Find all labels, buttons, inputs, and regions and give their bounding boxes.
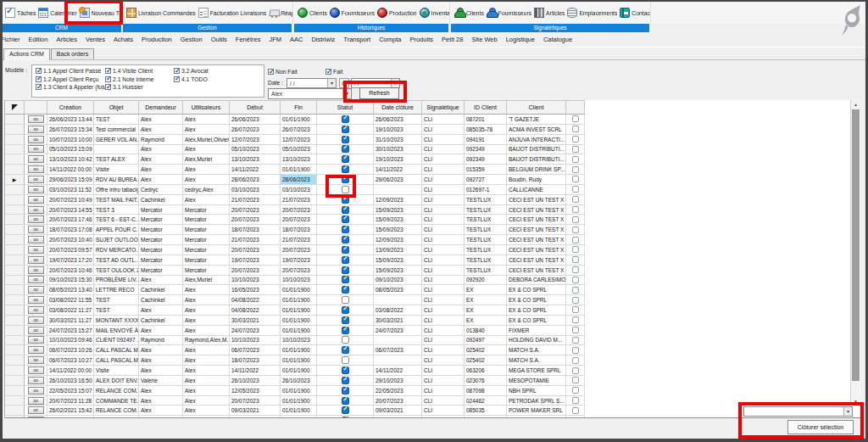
cell-id_client[interactable]: 024462 (465, 396, 507, 406)
menu-item-jfm[interactable]: JFM (264, 36, 286, 43)
row-selector-cell[interactable] (5, 255, 25, 265)
cell-objet[interactable]: CALL PASCAL M... (94, 355, 139, 365)
dropdown-arrow-icon[interactable]: ▾ (391, 79, 399, 87)
cell-demandeur[interactable]: Mercator (139, 266, 183, 275)
row-selector-cell[interactable] (5, 115, 25, 124)
cell-debut[interactable]: 24/07/2023 (230, 326, 281, 335)
cell-debut[interactable]: 20/07/2023 (230, 396, 281, 406)
cell-client[interactable]: CECI EST UN TEST X (507, 255, 566, 265)
cell-fin[interactable]: 05/10/2023 (281, 145, 317, 154)
row-selector-cell[interactable] (5, 295, 25, 305)
cell-id_client[interactable]: EX (465, 305, 507, 315)
cell-client[interactable]: BAIJOT DISTRIBUTI... (507, 145, 566, 154)
cell-utilisateurs[interactable]: Alex,Muriel (183, 276, 230, 285)
dropdown-arrow-icon[interactable]: ▾ (327, 79, 336, 87)
checkbox-3-2-avocat[interactable]: 3.2 Avocat (174, 67, 209, 76)
statut-checkbox[interactable] (342, 236, 349, 243)
cell-client[interactable]: MEGA STORE SPRL (507, 366, 566, 375)
cell-demandeur[interactable]: Raymond (139, 336, 183, 345)
row-selector-cell[interactable] (5, 416, 25, 418)
cell-statut[interactable] (317, 115, 374, 124)
row-select-checkbox[interactable] (572, 407, 579, 414)
menu-item-outils[interactable]: Outils (207, 36, 231, 43)
cell-cloture[interactable]: 24/07/2023 (374, 326, 422, 335)
statut-checkbox[interactable] (342, 155, 349, 163)
statut-checkbox[interactable] (342, 115, 349, 123)
cell-statut[interactable] (317, 326, 374, 335)
cell-id_client[interactable]: TESTLUX (465, 245, 507, 255)
footer-combobox[interactable]: ▾ (743, 406, 853, 417)
cell-signaletique[interactable]: CLI (422, 366, 465, 375)
checkbox-1-3-client-appeler-futur[interactable]: 1.3 Client à Appeler (futur) (36, 83, 110, 92)
row-selector-cell[interactable] (5, 145, 25, 154)
cell-statut[interactable] (317, 355, 374, 365)
cell-objet[interactable]: Visite (94, 366, 139, 375)
cell-fin[interactable]: 10/10/2023 (281, 276, 317, 285)
statut-checkbox[interactable] (342, 387, 349, 394)
cell-statut[interactable] (317, 396, 374, 406)
cell-utilisateurs[interactable]: Mercator (183, 225, 230, 234)
checkbox-icon[interactable] (326, 69, 331, 75)
row-select-checkbox-cell[interactable] (566, 195, 585, 204)
cell-demandeur[interactable]: Alex (139, 366, 183, 375)
statut-checkbox[interactable] (342, 145, 349, 153)
row-select-checkbox-cell[interactable] (566, 245, 585, 255)
cell-statut[interactable] (317, 205, 374, 215)
dropdown-arrow-icon[interactable]: ▾ (342, 89, 351, 98)
toolbar-button-contacts[interactable]: Contacts (620, 8, 651, 18)
row-select-checkbox-cell[interactable] (566, 316, 585, 325)
cell-client[interactable]: CALLICANNE (507, 185, 566, 194)
cell-client[interactable]: DEBORA CARLESIMO (507, 276, 566, 285)
row-selector-cell[interactable] (5, 205, 25, 215)
cell-objet[interactable]: TEST 6 - EST-C... (94, 215, 139, 224)
checkbox-1-1-appel-client-pass[interactable]: 1.1 Appel Client Passé (36, 67, 110, 76)
cell-objet[interactable]: RDV AU BUREA... (94, 175, 139, 184)
row-selector-cell[interactable] (5, 355, 25, 365)
row-select-checkbox[interactable] (572, 246, 579, 253)
row-link-icon[interactable]: ∞ (28, 256, 44, 264)
cell-client[interactable]: ACMA INVEST SCRL (507, 125, 566, 134)
cell-fin[interactable]: 01/01/1900 (281, 386, 317, 395)
checkbox-icon[interactable] (36, 76, 42, 82)
cell-debut[interactable]: 26/06/2023 (230, 115, 281, 124)
cell-signaletique[interactable]: CLI (422, 135, 465, 144)
row-selector-cell[interactable] (5, 165, 25, 174)
cell-creation[interactable]: 20/07/2023 09:57 (47, 245, 94, 255)
statut-checkbox[interactable] (342, 266, 349, 274)
checkbox-1-2-appel-client-re-u[interactable]: 1.2 Appel Client Reçu (36, 76, 110, 84)
column-header-check[interactable] (566, 100, 585, 115)
cell-utilisateurs[interactable]: Alex,Muriel,Olivier... (183, 135, 230, 144)
cell-demandeur[interactable] (139, 416, 183, 418)
cell-demandeur[interactable]: Alex (139, 154, 183, 164)
cell-objet[interactable]: Offre intro tabacig (94, 185, 139, 194)
row-selector-cell[interactable] (5, 386, 25, 395)
checkbox-icon[interactable] (174, 68, 180, 74)
column-header-objet[interactable]: Objet (94, 100, 139, 115)
cell-objet[interactable]: TEST (94, 305, 139, 315)
cell-creation[interactable]: 26/10/2023 16:50 (47, 376, 94, 385)
toolbar-button-calendrier[interactable]: Calendrier (38, 8, 76, 18)
cell-utilisateurs[interactable]: Alex (183, 295, 230, 305)
row-select-checkbox-cell[interactable] (566, 345, 585, 355)
cell-fin[interactable]: 01/01/1900 (281, 305, 317, 315)
row-selector-cell[interactable] (5, 376, 25, 385)
cell-client[interactable]: Boudin, Rudy (507, 175, 566, 184)
row-select-checkbox[interactable] (572, 227, 579, 233)
cell-objet[interactable]: ALEX DOIT ENV... (94, 376, 139, 385)
row-select-checkbox-cell[interactable] (566, 235, 585, 244)
statut-checkbox[interactable] (342, 226, 349, 233)
cell-signaletique[interactable]: CLI (422, 316, 465, 325)
cell-objet[interactable]: PROBLÈME LIV... (94, 276, 139, 285)
cell-id_client[interactable]: 012697-1 (465, 185, 507, 194)
row-select-checkbox[interactable] (572, 216, 579, 223)
cell-fin[interactable]: 01/01/1900 (281, 355, 317, 365)
cell-signaletique[interactable]: CLI (422, 345, 465, 355)
column-header-cloture[interactable]: Date clôture (374, 100, 422, 115)
cell-debut[interactable]: 06/07/2023 (230, 345, 281, 355)
cell-statut[interactable] (317, 125, 374, 134)
cell-objet[interactable]: GERER VOL AN... (94, 135, 139, 144)
cell-signaletique[interactable]: CLI (422, 386, 465, 395)
row-selector-cell[interactable] (5, 135, 25, 144)
cell-cloture[interactable]: 12/09/2023 (374, 235, 422, 244)
menu-item-fichier[interactable]: Fichier (0, 36, 25, 43)
